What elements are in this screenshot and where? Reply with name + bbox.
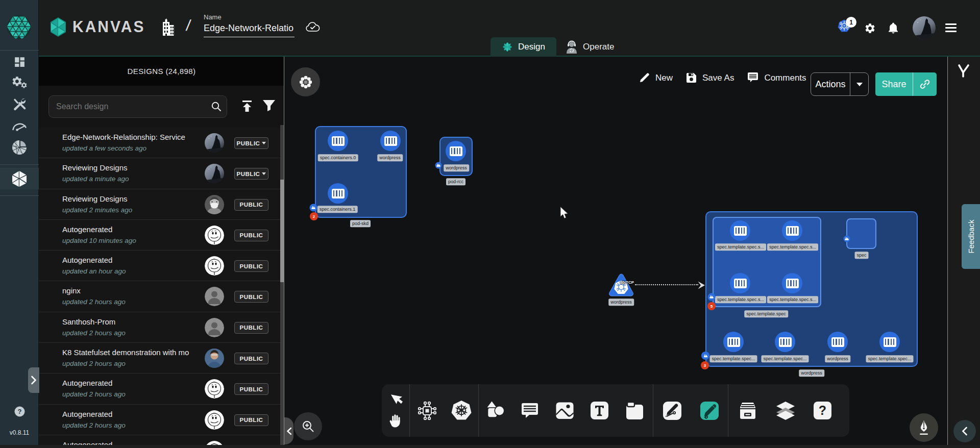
settings-gear-icon[interactable] [864, 22, 876, 36]
canvas[interactable]: New Save As Comments Actions [284, 57, 947, 448]
y-icon[interactable] [957, 64, 970, 80]
tool-text[interactable] [582, 401, 617, 420]
container-node[interactable] [723, 332, 744, 352]
design-visibility-select[interactable]: PUBLIC [234, 199, 268, 211]
pie-icon [12, 140, 27, 155]
design-list-item[interactable]: Reviewing Designs updated 2 minutes ago … [39, 189, 281, 220]
design-visibility-select[interactable]: PUBLIC [234, 322, 268, 334]
dock-collapse-chevron[interactable] [953, 420, 976, 442]
search-box[interactable] [48, 95, 227, 118]
search-input[interactable] [49, 102, 206, 111]
sidebar-item-performance[interactable] [0, 115, 39, 137]
design-visibility-select[interactable]: PUBLIC [234, 414, 268, 426]
design-list-item[interactable]: Edge-Network-Relationship: Service updat… [39, 128, 281, 158]
filter-icon[interactable] [262, 99, 276, 114]
design-visibility-select[interactable]: PUBLIC [234, 168, 268, 180]
design-name-field[interactable]: Name Edge-Network-Relatio [204, 13, 295, 37]
container-node[interactable] [446, 141, 466, 161]
tool-pen[interactable] [653, 401, 691, 420]
kubernetes-context-button[interactable]: 1 [838, 19, 851, 35]
sidebar-item-configuration[interactable] [0, 94, 39, 115]
comments-button[interactable]: Comments [747, 72, 806, 83]
resource-type-badge[interactable] [310, 204, 317, 212]
tab-design[interactable]: Design [491, 37, 556, 57]
container-node[interactable] [328, 183, 348, 204]
container-node[interactable] [782, 273, 802, 293]
sidebar-expand-chevron[interactable] [28, 367, 39, 393]
sidebar-item-dashboard[interactable] [0, 51, 39, 72]
pen-nib-button[interactable] [910, 413, 938, 442]
sidebar-item-lifecycle[interactable] [0, 72, 39, 94]
feedback-tab[interactable]: Feedback [962, 204, 980, 269]
design-list-item[interactable]: Santhosh-Prom updated 2 hours ago PUBLIC [39, 312, 281, 343]
tool-note[interactable] [617, 402, 653, 420]
tool-comment[interactable] [512, 402, 547, 419]
search-icon[interactable] [206, 101, 227, 112]
resource-type-badge[interactable] [844, 236, 850, 242]
design-visibility-select[interactable]: PUBLIC [234, 260, 268, 272]
container-node[interactable] [879, 332, 900, 352]
designs-scrollbar-track[interactable] [280, 125, 284, 448]
tool-select[interactable] [388, 393, 403, 407]
user-avatar[interactable] [913, 16, 936, 39]
k8s-group-node[interactable] [846, 218, 876, 249]
design-visibility-select[interactable]: PUBLIC [234, 353, 268, 364]
container-node[interactable] [380, 131, 401, 151]
design-list-item[interactable]: Autogenerated updated 10 minutes ago PUB… [39, 220, 281, 251]
design-visibility-select[interactable]: PUBLIC [234, 230, 268, 241]
design-list-item[interactable]: K8 Statefulset demonstration with mo upd… [39, 343, 281, 374]
meshery-logo[interactable] [0, 0, 39, 51]
design-list-item[interactable]: nginx updated 2 hours ago PUBLIC [39, 281, 281, 312]
tool-doodle[interactable] [691, 401, 728, 420]
error-count-badge[interactable]: 3 [701, 361, 709, 369]
sidebar-item-extensions[interactable] [0, 137, 39, 158]
container-node[interactable] [730, 220, 750, 241]
design-visibility-select[interactable]: PUBLIC [234, 383, 268, 395]
design-list-item[interactable]: Reviewing Designs updated a minute ago P… [39, 158, 281, 189]
design-list-item[interactable]: Autogenerated updated 2 hours ago PUBLIC [39, 405, 281, 435]
new-button[interactable]: New [639, 72, 673, 83]
node-label: pod-rcc [446, 178, 465, 185]
tool-kubernetes[interactable] [444, 400, 478, 421]
design-visibility-select[interactable]: PUBLIC [234, 291, 268, 303]
tool-layers[interactable] [767, 401, 804, 420]
resource-type-badge[interactable] [708, 293, 716, 301]
actions-dropdown-caret[interactable] [850, 83, 868, 86]
save-as-button[interactable]: Save As [686, 72, 734, 83]
k8s-group-node[interactable] [713, 217, 821, 307]
tool-help[interactable]: ? [804, 401, 841, 420]
container-node[interactable] [730, 273, 750, 293]
resource-type-badge[interactable] [701, 352, 709, 360]
actions-button[interactable]: Actions [811, 72, 869, 96]
container-node[interactable] [782, 220, 802, 241]
design-name-value[interactable]: Edge-Network-Relatio [204, 23, 295, 34]
notifications-bell-icon[interactable] [888, 22, 899, 36]
tool-pan[interactable] [389, 414, 402, 428]
container-node[interactable] [775, 332, 795, 352]
design-list-item[interactable]: Autogenerated updated 2 hours ago PUBLIC [39, 374, 281, 404]
error-count-badge[interactable]: 2 [310, 212, 318, 220]
canvas-spinner [291, 67, 320, 96]
container-node[interactable] [328, 131, 348, 151]
designs-scrollbar-thumb[interactable] [280, 180, 284, 282]
sidebar-item-kanvas[interactable] [0, 168, 39, 189]
organization-icon[interactable] [160, 18, 176, 38]
tab-operate[interactable]: Operate [557, 37, 622, 57]
upload-design-icon[interactable] [240, 99, 254, 115]
share-button[interactable]: Share [875, 72, 937, 96]
design-visibility-select[interactable]: PUBLIC [234, 137, 268, 149]
tool-drawer[interactable] [728, 402, 767, 420]
container-node[interactable] [827, 332, 848, 352]
design-list-item[interactable]: Autogenerated updated an hour ago PUBLIC [39, 251, 281, 281]
zoom-control[interactable] [294, 412, 322, 440]
error-count-badge[interactable]: 5 [707, 302, 716, 310]
resource-type-badge[interactable] [435, 162, 442, 169]
tool-shapes[interactable] [479, 401, 512, 421]
service-node-wordpress[interactable]: 80/TCP [608, 273, 634, 299]
tool-image[interactable] [547, 402, 582, 419]
tool-components[interactable] [410, 400, 444, 421]
help-icon[interactable]: ? [14, 406, 25, 419]
hamburger-menu-icon[interactable] [945, 23, 957, 32]
share-link-icon[interactable] [913, 79, 937, 90]
panel-collapse-chevron[interactable] [284, 417, 293, 444]
